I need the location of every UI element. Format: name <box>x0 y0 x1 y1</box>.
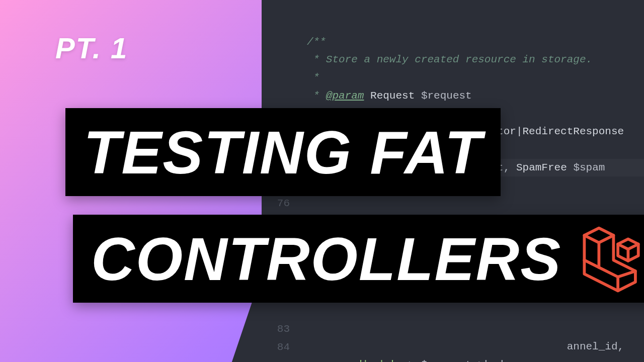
eyebrow-label: PT. 1 <box>55 31 128 65</box>
title-text-1: TESTING FAT <box>84 118 482 187</box>
line-number: 83 <box>262 320 290 338</box>
title-text-2: CONTROLLERS <box>91 224 561 294</box>
laravel-icon <box>576 222 644 295</box>
title-line-1: TESTING FAT <box>65 108 501 196</box>
doc-summary: Store a newly created resource in storag… <box>326 54 592 65</box>
title-line-2: CONTROLLERS <box>73 215 644 303</box>
line-number: 76 <box>262 195 290 213</box>
line-number: 84 <box>262 338 290 356</box>
